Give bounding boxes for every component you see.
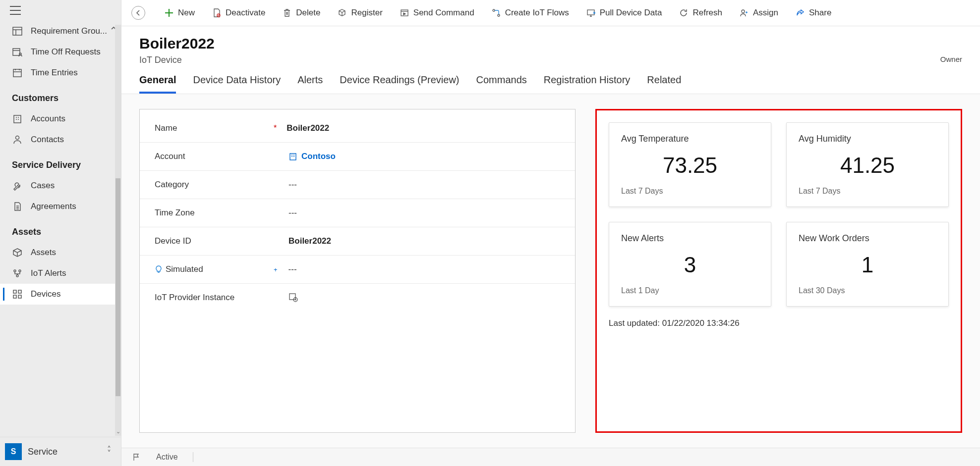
tile-title: Avg Temperature <box>621 134 759 144</box>
field-account[interactable]: Account Contoso <box>140 143 575 171</box>
sidebar-item-label: Contacts <box>31 135 64 145</box>
chevron-down-icon[interactable]: ⌄ <box>115 428 121 435</box>
svg-rect-9 <box>13 290 16 293</box>
tab-registration-history[interactable]: Registration History <box>544 74 631 94</box>
sidebar-item-requirement-groups[interactable]: Requirement Grou... <box>0 21 121 42</box>
refresh-icon <box>679 8 689 18</box>
monitor-down-icon <box>586 8 596 18</box>
tab-commands[interactable]: Commands <box>476 74 527 94</box>
cmd-label: Register <box>351 8 382 18</box>
field-category[interactable]: Category --- <box>140 171 575 199</box>
layout-icon <box>12 26 23 37</box>
svg-rect-20 <box>289 294 295 300</box>
tab-related[interactable]: Related <box>647 74 681 94</box>
cmd-label: Deactivate <box>226 8 265 18</box>
building-icon <box>12 113 23 124</box>
back-button[interactable] <box>131 6 145 20</box>
field-label: Account <box>155 152 185 161</box>
divider <box>193 452 193 462</box>
hamburger-icon[interactable] <box>10 6 111 15</box>
cmd-new[interactable]: New <box>156 4 203 22</box>
svg-rect-19 <box>290 154 296 160</box>
scrollbar-thumb[interactable] <box>115 178 120 396</box>
field-iot-provider[interactable]: IoT Provider Instance <box>140 284 575 311</box>
field-device-id[interactable]: Device ID Boiler2022 <box>140 227 575 256</box>
sidebar-scrollbar[interactable]: ⌄ <box>115 25 121 436</box>
tile-new-alerts[interactable]: New Alerts 3 Last 1 Day <box>609 222 771 307</box>
cmd-assign[interactable]: Assign <box>731 4 786 22</box>
tile-avg-humidity[interactable]: Avg Humidity 41.25 Last 7 Days <box>786 122 949 207</box>
tile-title: New Alerts <box>621 233 759 244</box>
entity-type: IoT Device <box>139 55 215 65</box>
sidebar-item-agreements[interactable]: Agreements <box>0 196 121 217</box>
area-switcher[interactable]: S Service ˄˅ <box>0 437 121 466</box>
last-updated: Last updated: 01/22/2020 13:34:26 <box>609 318 949 328</box>
svg-point-7 <box>19 270 21 272</box>
tab-general[interactable]: General <box>139 74 176 94</box>
tile-subtitle: Last 7 Days <box>621 187 759 196</box>
cmd-share[interactable]: Share <box>787 4 839 22</box>
cmd-send-command[interactable]: Send Command <box>392 4 482 22</box>
sidebar-item-time-off-requests[interactable]: Time Off Requests <box>0 42 121 62</box>
grid-icon <box>12 289 23 300</box>
sidebar-item-time-entries[interactable]: Time Entries <box>0 62 121 83</box>
cube-out-icon <box>337 8 347 18</box>
sidebar-item-label: Accounts <box>31 114 65 124</box>
sidebar-item-devices[interactable]: Devices <box>0 284 121 305</box>
field-value: --- <box>288 180 297 190</box>
tile-new-work-orders[interactable]: New Work Orders 1 Last 30 Days <box>786 222 949 307</box>
tile-value: 41.25 <box>799 153 936 178</box>
recommended-indicator: + <box>274 266 278 273</box>
field-value: Boiler2022 <box>287 123 329 133</box>
sidebar-item-iot-alerts[interactable]: IoT Alerts <box>0 263 121 284</box>
tab-device-readings[interactable]: Device Readings (Preview) <box>340 74 459 94</box>
sidebar-item-label: Time Off Requests <box>31 47 101 57</box>
command-bar: New Deactivate Delete Register Send Comm… <box>121 0 980 26</box>
field-name[interactable]: Name * Boiler2022 <box>140 114 575 143</box>
sidebar-item-contacts[interactable]: Contacts <box>0 129 121 150</box>
section-service-delivery: Service Delivery <box>0 150 121 175</box>
cmd-delete[interactable]: Delete <box>274 4 328 22</box>
svg-rect-4 <box>14 115 21 123</box>
field-label: Simulated <box>166 264 203 274</box>
cmd-refresh[interactable]: Refresh <box>671 4 730 22</box>
cmd-deactivate[interactable]: Deactivate <box>204 4 273 22</box>
section-assets: Assets <box>0 217 121 242</box>
main: New Deactivate Delete Register Send Comm… <box>121 0 980 466</box>
alert-icon <box>12 268 23 279</box>
tile-avg-temperature[interactable]: Avg Temperature 73.25 Last 7 Days <box>609 122 771 207</box>
field-label: Device ID <box>155 236 191 246</box>
cmd-label: Delete <box>296 8 320 18</box>
tile-title: New Work Orders <box>799 233 936 244</box>
owner-label[interactable]: Owner <box>940 35 962 63</box>
cmd-label: Create IoT Flows <box>505 8 569 18</box>
sidebar-item-assets[interactable]: Assets <box>0 242 121 263</box>
tab-device-data-history[interactable]: Device Data History <box>193 74 281 94</box>
section-customers: Customers <box>0 83 121 108</box>
svg-rect-14 <box>401 10 408 16</box>
field-time-zone[interactable]: Time Zone --- <box>140 199 575 227</box>
svg-rect-0 <box>13 27 22 35</box>
plus-icon <box>164 8 174 18</box>
field-simulated[interactable]: Simulated + --- <box>140 256 575 284</box>
document-icon <box>12 201 23 212</box>
field-value: Contoso <box>301 152 336 161</box>
sidebar-item-cases[interactable]: Cases <box>0 175 121 196</box>
tab-alerts[interactable]: Alerts <box>297 74 323 94</box>
sidebar-item-label: Assets <box>31 248 56 258</box>
field-value: --- <box>288 264 297 274</box>
cmd-pull-device-data[interactable]: Pull Device Data <box>578 4 670 22</box>
tile-value: 1 <box>799 253 936 277</box>
person-plus-icon <box>739 8 749 18</box>
field-value: --- <box>288 208 297 218</box>
svg-point-6 <box>14 270 16 272</box>
cmd-register[interactable]: Register <box>329 4 390 22</box>
wrench-icon <box>12 180 23 191</box>
cmd-create-iot-flows[interactable]: Create IoT Flows <box>483 4 577 22</box>
field-value: Boiler2022 <box>288 236 331 246</box>
sidebar-item-accounts[interactable]: Accounts <box>0 108 121 129</box>
account-link[interactable]: Contoso <box>288 152 336 161</box>
status-bar: Active <box>121 448 980 466</box>
calendar-icon <box>12 67 23 78</box>
status-flag-icon[interactable] <box>131 452 141 462</box>
